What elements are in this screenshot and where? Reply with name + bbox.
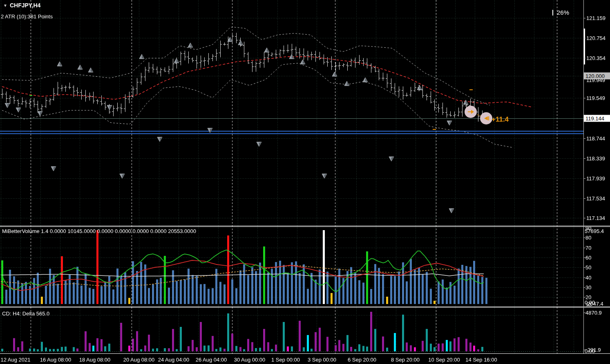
delta-scale-label: 0.00 — [585, 348, 595, 354]
delta-scale-label: 4870.9 — [585, 310, 602, 316]
price-scale-label: 121.159 — [586, 15, 606, 21]
trade-profit-label: +11.4 — [492, 115, 509, 124]
time-axis-label: 8 Sep 20:00 — [391, 357, 420, 363]
volume-scale-label: 50 — [585, 264, 591, 271]
volume-indicator-label: MiBetterVolume 1.4 0.0000 10145.0000 0.0… — [2, 228, 196, 234]
time-axis-label: 20 Aug 08:00 — [123, 357, 155, 363]
price-scale-label: 118.744 — [586, 135, 605, 142]
time-axis-label: 18 Aug 08:00 — [79, 357, 111, 363]
volume-scale-label: 70 — [585, 245, 591, 251]
time-axis-label: 3 Sep 00:00 — [308, 357, 336, 363]
trading-chart-window: ▼CHFJPY,H4 2 ATR (10):381 Points 26% MiB… — [0, 0, 610, 364]
time-axis-label: 6 Sep 20:00 — [348, 357, 376, 363]
time-axis-label: 16 Aug 08:00 — [40, 357, 72, 363]
price-scale-label: 119.549 — [586, 95, 605, 101]
price-scale-label: 117.134 — [586, 215, 605, 221]
price-scale-label: 120.754 — [586, 35, 606, 41]
price-scale-label: 118.339 — [586, 155, 605, 162]
price-scale-label: 117.939 — [586, 175, 605, 182]
price-scale-label: 117.534 — [586, 195, 605, 202]
delta-indicator-label: CD: H4: Delta 565.0 — [2, 311, 49, 317]
progress-value: 26% — [557, 9, 569, 16]
time-axis-label: 26 Aug 04:00 — [196, 357, 227, 363]
time-axis-label: 10 Sep 20:00 — [428, 357, 460, 363]
progress-bar-icon — [552, 10, 553, 16]
time-axis-label: 24 Aug 04:00 — [158, 357, 190, 363]
atr-indicator-label: 2 ATR (10):381 Points — [1, 13, 53, 20]
volume-scale-label: 57695.4 — [585, 228, 604, 234]
volume-scale-label: 2047.4 — [587, 301, 603, 307]
symbol-dropdown-icon[interactable]: ▼ — [3, 3, 7, 8]
volume-scale-label: 30 — [585, 284, 591, 291]
volume-scale-label: 60 — [585, 255, 591, 261]
price-scale-label: 120.354 — [586, 55, 606, 61]
price-scale-label: 119.144 — [584, 115, 610, 122]
symbol-title: CHFJPY,H4 — [10, 2, 40, 9]
time-axis-label: 14 Sep 16:00 — [465, 357, 497, 363]
progress-indicator: 26% — [552, 9, 569, 16]
symbol-header: ▼CHFJPY,H4 — [3, 2, 40, 9]
volume-scale-label: 80 — [585, 235, 591, 241]
volume-scale-label: 40 — [585, 275, 591, 281]
price-scale-label: 120.000 — [584, 73, 610, 80]
chart-canvas[interactable] — [0, 0, 610, 364]
time-axis-label: 30 Aug 00:00 — [234, 357, 266, 363]
time-axis-label: 1 Sep 00:00 — [271, 357, 300, 363]
time-axis-label: 12 Aug 2021 — [0, 357, 30, 363]
